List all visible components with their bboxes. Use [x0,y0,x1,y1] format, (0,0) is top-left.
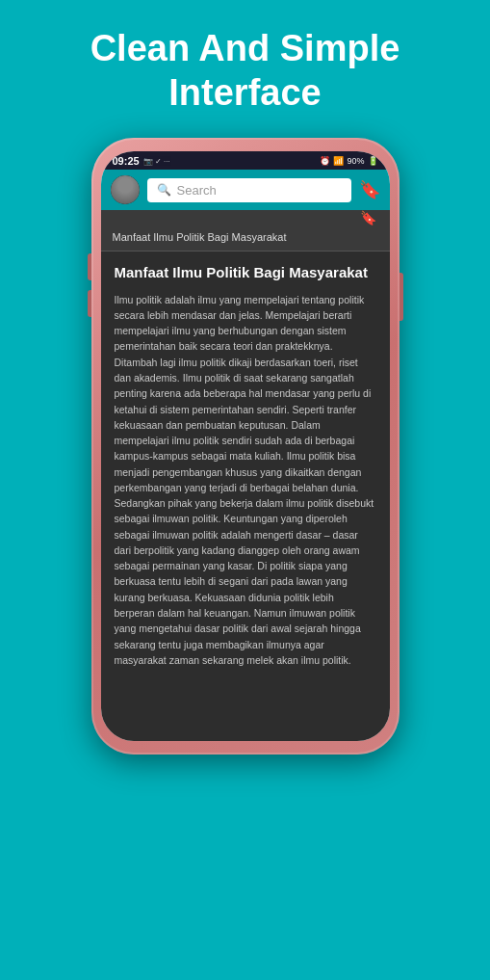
status-right: ⏰ 📶 90% 🔋 [320,156,377,166]
volume-up-button [88,253,91,280]
article-content: Manfaat Ilmu Politik Bagi Masyarakat Ilm… [101,252,390,679]
article-title: Manfaat Ilmu Politik Bagi Masyarakat [115,263,376,282]
search-placeholder: Search [177,183,217,198]
status-icons-left: 📷 ✓ ··· [143,157,170,166]
toolbar: 🔍 Search 🔖 [101,170,390,210]
app-tagline: Clean And Simple Interface [62,0,429,134]
article-bookmark-icon[interactable]: 🔖 [360,210,376,225]
bookmark-icon[interactable]: 🔖 [359,179,380,200]
volume-down-button [88,290,91,317]
search-icon: 🔍 [157,183,171,197]
article-body: Ilmu politik adalah ilmu yang mempelajar… [115,292,376,668]
power-button [400,273,403,321]
avatar-image [111,175,140,204]
phone-mockup: 09:25 📷 ✓ ··· ⏰ 📶 90% 🔋 🔍 Search 🔖 [91,138,400,755]
alarm-icon: ⏰ [320,156,330,166]
battery-icon: 🔋 [368,156,378,166]
article-header-title: Manfaat Ilmu Politik Bagi Masyarakat [113,218,306,243]
search-bar[interactable]: 🔍 Search [147,178,351,202]
status-left: 09:25 📷 ✓ ··· [113,155,170,167]
content-area: 🔖 Manfaat Ilmu Politik Bagi Masyarakat M… [101,210,390,741]
article-header: 🔖 Manfaat Ilmu Politik Bagi Masyarakat [101,210,390,252]
status-time: 09:25 [113,155,140,167]
avatar[interactable] [111,175,140,204]
phone-screen: 09:25 📷 ✓ ··· ⏰ 📶 90% 🔋 🔍 Search 🔖 [101,151,390,741]
battery-text: 90% [347,156,364,166]
signal-icon: 📶 [333,156,344,166]
status-bar: 09:25 📷 ✓ ··· ⏰ 📶 90% 🔋 [101,151,390,170]
